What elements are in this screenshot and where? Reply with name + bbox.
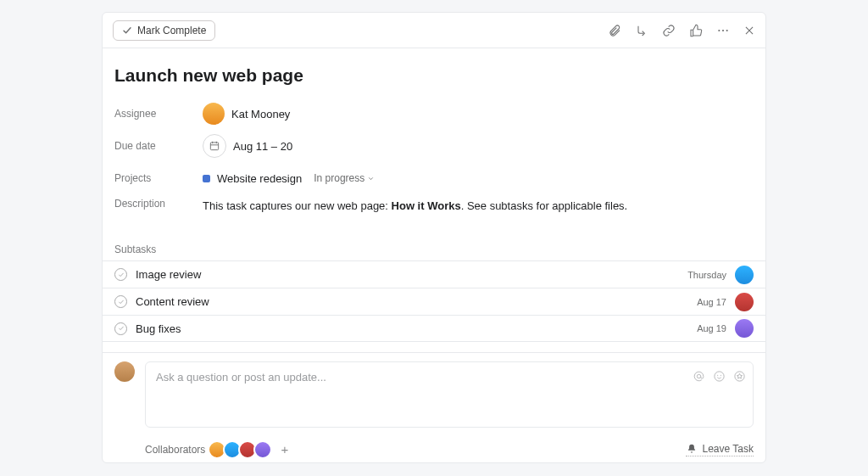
subtask-row[interactable]: Image review Thursday xyxy=(103,260,765,288)
task-footer: Collaborators + Leave Task xyxy=(103,428,765,462)
appreciation-icon[interactable] xyxy=(732,369,746,383)
like-icon[interactable] xyxy=(689,24,703,37)
subtask-date: Aug 19 xyxy=(697,323,726,333)
mark-complete-label: Mark Complete xyxy=(137,25,206,36)
svg-point-0 xyxy=(718,29,720,31)
subtasks-label: Subtasks xyxy=(103,244,765,255)
task-content: Launch new web page Assignee Kat Mooney … xyxy=(103,48,765,227)
emoji-icon[interactable] xyxy=(712,369,726,383)
due-date-label: Due date xyxy=(114,140,203,152)
collaborator-avatars xyxy=(208,440,269,459)
task-title[interactable]: Launch new web page xyxy=(114,65,754,86)
assignee-value[interactable]: Kat Mooney xyxy=(203,103,290,125)
subtask-name: Image review xyxy=(136,268,679,281)
leave-task-label: Leave Task xyxy=(703,443,754,455)
subtask-row[interactable]: Content review Aug 17 xyxy=(103,288,765,315)
projects-value: Website redesign In progress xyxy=(203,172,375,185)
subtasks-list: Image review Thursday Content review Aug… xyxy=(103,260,765,342)
comment-input[interactable] xyxy=(146,362,676,392)
description-prefix: This task captures our new web page: xyxy=(203,199,392,212)
subtask-assignee-avatar[interactable] xyxy=(735,266,754,284)
svg-point-7 xyxy=(720,374,721,375)
subtask-name: Content review xyxy=(136,295,688,308)
subtask-assignee-avatar[interactable] xyxy=(735,319,754,338)
assignee-name: Kat Mooney xyxy=(231,108,290,120)
due-date-row: Due date Aug 11 – 20 xyxy=(114,130,754,162)
project-color-dot xyxy=(203,175,210,182)
more-icon[interactable] xyxy=(716,24,730,37)
check-circle-icon[interactable] xyxy=(114,322,127,335)
check-circle-icon[interactable] xyxy=(114,295,127,308)
link-icon[interactable] xyxy=(662,24,676,37)
description-label: Description xyxy=(114,198,203,210)
projects-row: Projects Website redesign In progress xyxy=(114,162,754,194)
close-icon[interactable] xyxy=(743,25,755,36)
current-user-avatar xyxy=(114,361,135,382)
due-date-value[interactable]: Aug 11 – 20 xyxy=(203,134,292,158)
subtask-date: Aug 17 xyxy=(697,297,726,307)
task-toolbar: Mark Complete xyxy=(103,13,765,48)
calendar-icon xyxy=(203,134,226,158)
bell-icon xyxy=(686,443,698,455)
svg-rect-3 xyxy=(210,143,218,150)
svg-point-1 xyxy=(722,29,724,31)
subtask-date: Thursday xyxy=(687,270,726,280)
subtask-assignee-avatar[interactable] xyxy=(735,293,754,311)
assignee-label: Assignee xyxy=(114,108,203,120)
assignee-avatar xyxy=(203,103,225,125)
task-body: Launch new web page Assignee Kat Mooney … xyxy=(103,48,765,462)
chevron-down-icon xyxy=(367,175,375,182)
svg-point-6 xyxy=(717,374,718,375)
mark-complete-button[interactable]: Mark Complete xyxy=(113,20,215,41)
check-circle-icon[interactable] xyxy=(114,268,127,281)
description-text[interactable]: This task captures our new web page: How… xyxy=(203,198,627,215)
assignee-row: Assignee Kat Mooney xyxy=(114,98,754,130)
description-bold: How it Works xyxy=(392,199,461,212)
projects-label: Projects xyxy=(114,172,203,184)
subtask-row[interactable]: Bug fixes Aug 19 xyxy=(103,315,765,342)
task-detail-panel: Mark Complete Launch xyxy=(102,12,766,463)
description-suffix: . See subtasks for applicable files. xyxy=(461,199,628,212)
collaborator-avatar[interactable] xyxy=(253,440,272,459)
collaborators-label: Collaborators xyxy=(145,444,199,456)
description-row: Description This task captures our new w… xyxy=(114,194,754,227)
svg-point-5 xyxy=(714,371,723,380)
project-status-dropdown[interactable]: In progress xyxy=(314,172,375,184)
project-status-label: In progress xyxy=(314,172,364,184)
comment-composer-section xyxy=(103,352,765,428)
comment-composer[interactable] xyxy=(145,361,754,428)
project-name[interactable]: Website redesign xyxy=(217,172,302,185)
subtask-icon[interactable] xyxy=(635,24,648,37)
check-icon xyxy=(122,25,132,36)
leave-task-button[interactable]: Leave Task xyxy=(686,443,754,456)
due-date-text: Aug 11 – 20 xyxy=(233,140,292,153)
subtask-name: Bug fixes xyxy=(136,322,688,335)
add-collaborator-button[interactable]: + xyxy=(275,440,294,459)
attachment-icon[interactable] xyxy=(608,24,621,37)
composer-toolbar xyxy=(692,369,746,383)
svg-point-2 xyxy=(726,29,728,31)
mention-icon[interactable] xyxy=(692,369,705,383)
toolbar-actions xyxy=(608,24,755,37)
svg-point-4 xyxy=(697,374,700,378)
